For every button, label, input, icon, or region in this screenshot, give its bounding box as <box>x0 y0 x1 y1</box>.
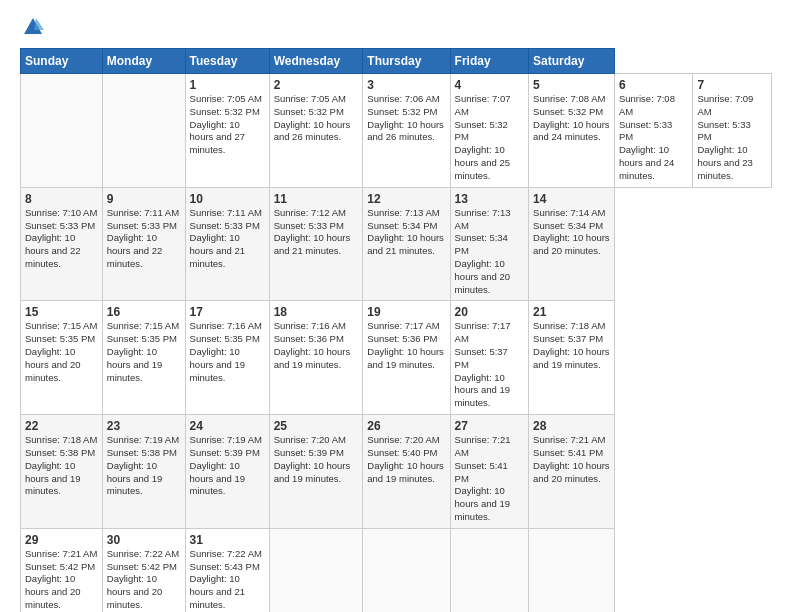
logo <box>20 16 44 38</box>
day-info: Sunrise: 7:17 AM Sunset: 5:37 PM Dayligh… <box>455 320 524 410</box>
day-number: 29 <box>25 533 98 547</box>
day-info: Sunrise: 7:07 AM Sunset: 5:32 PM Dayligh… <box>455 93 524 183</box>
calendar-header-tuesday: Tuesday <box>185 49 269 74</box>
day-number: 26 <box>367 419 445 433</box>
calendar-cell <box>269 528 363 612</box>
day-number: 28 <box>533 419 610 433</box>
day-info: Sunrise: 7:16 AM Sunset: 5:35 PM Dayligh… <box>190 320 265 384</box>
calendar-cell: 20 Sunrise: 7:17 AM Sunset: 5:37 PM Dayl… <box>450 301 528 415</box>
calendar-cell: 25 Sunrise: 7:20 AM Sunset: 5:39 PM Dayl… <box>269 415 363 529</box>
day-info: Sunrise: 7:13 AM Sunset: 5:34 PM Dayligh… <box>455 207 524 297</box>
calendar-header: SundayMondayTuesdayWednesdayThursdayFrid… <box>21 49 772 74</box>
calendar-cell: 26 Sunrise: 7:20 AM Sunset: 5:40 PM Dayl… <box>363 415 450 529</box>
day-number: 9 <box>107 192 181 206</box>
day-info: Sunrise: 7:17 AM Sunset: 5:36 PM Dayligh… <box>367 320 445 371</box>
day-number: 12 <box>367 192 445 206</box>
calendar-cell: 16 Sunrise: 7:15 AM Sunset: 5:35 PM Dayl… <box>102 301 185 415</box>
day-number: 21 <box>533 305 610 319</box>
calendar-cell: 1 Sunrise: 7:05 AM Sunset: 5:32 PM Dayli… <box>185 74 269 188</box>
day-info: Sunrise: 7:21 AM Sunset: 5:41 PM Dayligh… <box>455 434 524 524</box>
day-info: Sunrise: 7:11 AM Sunset: 5:33 PM Dayligh… <box>190 207 265 271</box>
svg-marker-1 <box>34 18 44 30</box>
day-number: 15 <box>25 305 98 319</box>
day-info: Sunrise: 7:05 AM Sunset: 5:32 PM Dayligh… <box>274 93 359 144</box>
calendar-cell: 30 Sunrise: 7:22 AM Sunset: 5:42 PM Dayl… <box>102 528 185 612</box>
calendar-cell: 21 Sunrise: 7:18 AM Sunset: 5:37 PM Dayl… <box>529 301 615 415</box>
calendar-cell: 17 Sunrise: 7:16 AM Sunset: 5:35 PM Dayl… <box>185 301 269 415</box>
day-number: 27 <box>455 419 524 433</box>
calendar-page: SundayMondayTuesdayWednesdayThursdayFrid… <box>0 0 792 612</box>
day-number: 19 <box>367 305 445 319</box>
logo-icon <box>22 16 44 38</box>
day-number: 20 <box>455 305 524 319</box>
calendar-cell <box>450 528 528 612</box>
calendar-cell: 13 Sunrise: 7:13 AM Sunset: 5:34 PM Dayl… <box>450 187 528 301</box>
calendar-cell: 31 Sunrise: 7:22 AM Sunset: 5:43 PM Dayl… <box>185 528 269 612</box>
calendar-cell: 27 Sunrise: 7:21 AM Sunset: 5:41 PM Dayl… <box>450 415 528 529</box>
day-info: Sunrise: 7:09 AM Sunset: 5:33 PM Dayligh… <box>697 93 767 183</box>
day-info: Sunrise: 7:15 AM Sunset: 5:35 PM Dayligh… <box>107 320 181 384</box>
day-info: Sunrise: 7:08 AM Sunset: 5:32 PM Dayligh… <box>533 93 610 144</box>
calendar-cell <box>21 74 103 188</box>
day-number: 23 <box>107 419 181 433</box>
day-number: 6 <box>619 78 688 92</box>
calendar-header-friday: Friday <box>450 49 528 74</box>
day-info: Sunrise: 7:21 AM Sunset: 5:42 PM Dayligh… <box>25 548 98 612</box>
day-number: 1 <box>190 78 265 92</box>
calendar-cell: 23 Sunrise: 7:19 AM Sunset: 5:38 PM Dayl… <box>102 415 185 529</box>
calendar-header-sunday: Sunday <box>21 49 103 74</box>
day-number: 2 <box>274 78 359 92</box>
day-number: 13 <box>455 192 524 206</box>
calendar-cell: 19 Sunrise: 7:17 AM Sunset: 5:36 PM Dayl… <box>363 301 450 415</box>
calendar-cell: 22 Sunrise: 7:18 AM Sunset: 5:38 PM Dayl… <box>21 415 103 529</box>
calendar-header-thursday: Thursday <box>363 49 450 74</box>
calendar-table: SundayMondayTuesdayWednesdayThursdayFrid… <box>20 48 772 612</box>
day-info: Sunrise: 7:18 AM Sunset: 5:37 PM Dayligh… <box>533 320 610 371</box>
day-number: 11 <box>274 192 359 206</box>
calendar-cell: 18 Sunrise: 7:16 AM Sunset: 5:36 PM Dayl… <box>269 301 363 415</box>
calendar-cell: 10 Sunrise: 7:11 AM Sunset: 5:33 PM Dayl… <box>185 187 269 301</box>
calendar-cell: 28 Sunrise: 7:21 AM Sunset: 5:41 PM Dayl… <box>529 415 615 529</box>
calendar-header-saturday: Saturday <box>529 49 615 74</box>
day-info: Sunrise: 7:11 AM Sunset: 5:33 PM Dayligh… <box>107 207 181 271</box>
day-number: 24 <box>190 419 265 433</box>
calendar-cell: 15 Sunrise: 7:15 AM Sunset: 5:35 PM Dayl… <box>21 301 103 415</box>
day-info: Sunrise: 7:12 AM Sunset: 5:33 PM Dayligh… <box>274 207 359 258</box>
day-number: 22 <box>25 419 98 433</box>
day-info: Sunrise: 7:22 AM Sunset: 5:42 PM Dayligh… <box>107 548 181 612</box>
day-info: Sunrise: 7:05 AM Sunset: 5:32 PM Dayligh… <box>190 93 265 157</box>
calendar-cell: 12 Sunrise: 7:13 AM Sunset: 5:34 PM Dayl… <box>363 187 450 301</box>
day-number: 30 <box>107 533 181 547</box>
calendar-cell: 5 Sunrise: 7:08 AM Sunset: 5:32 PM Dayli… <box>529 74 615 188</box>
day-info: Sunrise: 7:06 AM Sunset: 5:32 PM Dayligh… <box>367 93 445 144</box>
calendar-cell: 7 Sunrise: 7:09 AM Sunset: 5:33 PM Dayli… <box>693 74 772 188</box>
day-info: Sunrise: 7:22 AM Sunset: 5:43 PM Dayligh… <box>190 548 265 612</box>
day-info: Sunrise: 7:20 AM Sunset: 5:40 PM Dayligh… <box>367 434 445 485</box>
day-info: Sunrise: 7:19 AM Sunset: 5:38 PM Dayligh… <box>107 434 181 498</box>
day-number: 5 <box>533 78 610 92</box>
calendar-cell <box>102 74 185 188</box>
calendar-cell: 9 Sunrise: 7:11 AM Sunset: 5:33 PM Dayli… <box>102 187 185 301</box>
day-number: 3 <box>367 78 445 92</box>
calendar-cell: 4 Sunrise: 7:07 AM Sunset: 5:32 PM Dayli… <box>450 74 528 188</box>
day-number: 25 <box>274 419 359 433</box>
calendar-cell: 2 Sunrise: 7:05 AM Sunset: 5:32 PM Dayli… <box>269 74 363 188</box>
day-number: 14 <box>533 192 610 206</box>
calendar-cell: 6 Sunrise: 7:08 AM Sunset: 5:33 PM Dayli… <box>614 74 692 188</box>
day-number: 17 <box>190 305 265 319</box>
calendar-cell: 11 Sunrise: 7:12 AM Sunset: 5:33 PM Dayl… <box>269 187 363 301</box>
day-info: Sunrise: 7:15 AM Sunset: 5:35 PM Dayligh… <box>25 320 98 384</box>
calendar-header-wednesday: Wednesday <box>269 49 363 74</box>
day-number: 16 <box>107 305 181 319</box>
day-number: 18 <box>274 305 359 319</box>
day-info: Sunrise: 7:14 AM Sunset: 5:34 PM Dayligh… <box>533 207 610 258</box>
day-number: 4 <box>455 78 524 92</box>
calendar-cell: 3 Sunrise: 7:06 AM Sunset: 5:32 PM Dayli… <box>363 74 450 188</box>
day-info: Sunrise: 7:13 AM Sunset: 5:34 PM Dayligh… <box>367 207 445 258</box>
day-info: Sunrise: 7:10 AM Sunset: 5:33 PM Dayligh… <box>25 207 98 271</box>
calendar-cell: 8 Sunrise: 7:10 AM Sunset: 5:33 PM Dayli… <box>21 187 103 301</box>
page-header <box>20 16 772 38</box>
calendar-cell: 14 Sunrise: 7:14 AM Sunset: 5:34 PM Dayl… <box>529 187 615 301</box>
day-info: Sunrise: 7:18 AM Sunset: 5:38 PM Dayligh… <box>25 434 98 498</box>
day-info: Sunrise: 7:20 AM Sunset: 5:39 PM Dayligh… <box>274 434 359 485</box>
